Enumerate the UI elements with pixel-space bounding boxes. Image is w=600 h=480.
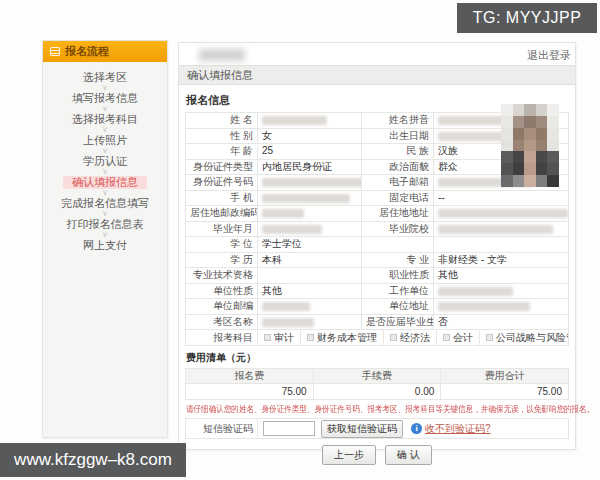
field-label: 工作单位 — [362, 283, 434, 299]
site-logo-blurred — [199, 49, 245, 61]
field-value — [258, 206, 362, 222]
field-value — [258, 113, 362, 129]
chevron-down-icon — [43, 126, 167, 134]
field-label: 居住地地址 — [362, 206, 434, 222]
redacted-value — [262, 225, 322, 234]
sidebar-header: 报名流程 — [43, 41, 167, 62]
checkbox-unchecked-icon[interactable] — [264, 334, 271, 341]
redacted-value — [262, 209, 304, 218]
field-label: 身份证件号码 — [186, 175, 258, 191]
field-label: 毕业年月 — [186, 221, 258, 237]
subject-accounting[interactable]: 会计 — [437, 330, 480, 345]
subject-strategy-risk[interactable]: 公司战略与风险管理 — [480, 330, 569, 345]
section-title-fees: 费用清单（元） — [186, 351, 569, 365]
tg-contact-badge: TG: MYYJJPP — [457, 3, 597, 33]
redacted-value — [262, 318, 314, 327]
checkbox-unchecked-icon[interactable] — [443, 334, 450, 341]
fee-value: 75.00 — [441, 384, 569, 400]
table-row: 单位性质 其他 工作单位 — [186, 283, 569, 299]
field-value — [258, 299, 362, 315]
checkbox-unchecked-icon[interactable] — [486, 334, 493, 341]
subject-economic-law[interactable]: 经济法 — [384, 330, 437, 345]
form-actions: 上一步 确 认 — [185, 445, 569, 465]
field-label: 政治面貌 — [362, 159, 434, 175]
fee-header: 费用合计 — [441, 369, 569, 384]
field-value — [258, 268, 362, 284]
redacted-value — [262, 178, 362, 187]
confirmation-warning-text: 请仔细确认您的姓名、身份证件类型、身份证件号码、报考考区、报考科目等关键信息，并… — [186, 403, 508, 416]
registration-steps-sidebar: 报名流程 选择考区 填写报考信息 选择报考科目 上传照片 学历认证 确认填报信息… — [42, 40, 168, 438]
field-value: 本科 — [258, 252, 362, 268]
field-value — [258, 314, 362, 330]
fee-header: 报名费 — [186, 369, 314, 384]
redacted-value — [262, 194, 350, 203]
sms-code-label: 短信验证码 — [186, 419, 258, 438]
field-label: 年 龄 — [186, 144, 258, 160]
field-value: 非财经类 - 文学 — [434, 252, 569, 268]
subject-financial-cost-mgmt[interactable]: 财务成本管理 — [301, 330, 384, 345]
field-label: 身份证件类型 — [186, 159, 258, 175]
redacted-value — [262, 116, 327, 125]
confirm-button[interactable]: 确 认 — [385, 445, 432, 465]
field-value — [434, 221, 569, 237]
checkbox-unchecked-icon[interactable] — [307, 334, 314, 341]
field-value: 内地居民身份证 — [258, 159, 362, 175]
main-topbar: 退出登录 — [179, 43, 575, 65]
table-row: 考区名称 是否应届毕业生 否 — [186, 314, 569, 330]
field-label: 学 位 — [186, 237, 258, 253]
applicant-photo — [501, 104, 559, 187]
table-row: 专业技术资格 职业性质 其他 — [186, 268, 569, 284]
field-value: 其他 — [258, 283, 362, 299]
field-label: 手 机 — [186, 190, 258, 206]
redacted-value — [262, 302, 310, 311]
checkbox-unchecked-icon[interactable] — [390, 334, 397, 341]
field-label: 单位邮编 — [186, 299, 258, 315]
fee-header-row: 报名费 手续费 费用合计 — [186, 369, 569, 384]
subjects-group: 审计 财务成本管理 经济法 — [258, 330, 568, 345]
info-icon: i — [411, 423, 422, 434]
field-label: 是否应届毕业生 — [362, 314, 434, 330]
table-row: 毕业年月 毕业院校 — [186, 221, 569, 237]
fee-value-row: 75.00 0.00 75.00 — [186, 384, 569, 400]
chevron-down-icon — [43, 84, 167, 92]
sms-code-input[interactable] — [263, 421, 315, 436]
fee-table: 报名费 手续费 费用合计 75.00 0.00 75.00 — [185, 368, 569, 400]
field-label: 考区名称 — [186, 314, 258, 330]
fee-value: 0.00 — [313, 384, 441, 400]
field-label: 出生日期 — [362, 128, 434, 144]
chevron-down-icon — [43, 231, 167, 239]
field-label: 居住地邮政编码 — [186, 206, 258, 222]
cannot-receive-code-link[interactable]: 收不到验证码? — [425, 422, 491, 436]
subject-label: 公司战略与风险管理 — [496, 333, 569, 343]
field-label: 姓名拼音 — [362, 113, 434, 129]
table-row: 单位邮编 单位地址 — [186, 299, 569, 315]
field-value: 否 — [434, 314, 569, 330]
logout-link[interactable]: 退出登录 — [527, 48, 571, 63]
table-row: 手 机 固定电话 -- — [186, 190, 569, 206]
page: TG: MYYJJPP www.kfzggw–k8.com 报名流程 选择考区 … — [0, 0, 600, 480]
previous-step-button[interactable]: 上一步 — [322, 445, 376, 465]
subject-audit[interactable]: 审计 — [258, 330, 301, 345]
field-label: 性 别 — [186, 128, 258, 144]
field-label: 姓 名 — [186, 113, 258, 129]
subject-label: 财务成本管理 — [317, 333, 377, 343]
field-label: 单位地址 — [362, 299, 434, 315]
get-sms-code-button[interactable]: 获取短信验证码 — [321, 420, 403, 438]
field-value — [258, 190, 362, 206]
redacted-value — [438, 225, 553, 234]
subjects-cell: 审计 财务成本管理 经济法 — [258, 330, 569, 346]
watermark-url: www.kfzggw–k8.com — [0, 443, 186, 477]
field-value — [434, 299, 569, 315]
step-online-payment[interactable]: 网上支付 — [43, 239, 167, 252]
redacted-value — [438, 302, 530, 311]
field-label: 专业技术资格 — [186, 268, 258, 284]
field-value: -- — [434, 190, 569, 206]
field-label: 毕业院校 — [362, 221, 434, 237]
subject-label: 会计 — [453, 333, 473, 343]
redacted-value — [438, 209, 568, 218]
field-label — [362, 237, 434, 253]
chevron-down-icon — [43, 168, 167, 176]
field-value: 学士学位 — [258, 237, 362, 253]
field-value — [258, 175, 362, 191]
field-label: 电子邮箱 — [362, 175, 434, 191]
